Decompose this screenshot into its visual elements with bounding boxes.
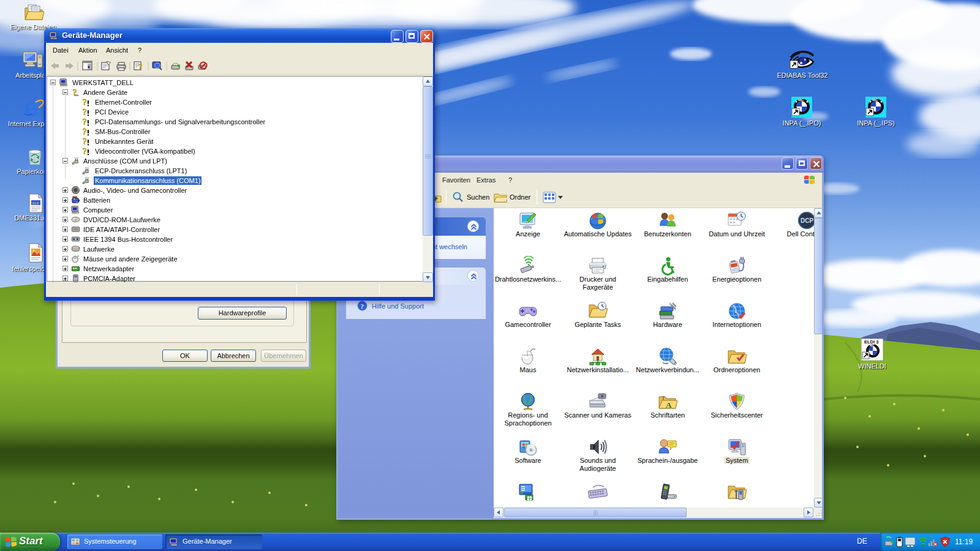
- svg-text:?: ?: [138, 62, 143, 71]
- svg-text:?: ?: [361, 302, 364, 310]
